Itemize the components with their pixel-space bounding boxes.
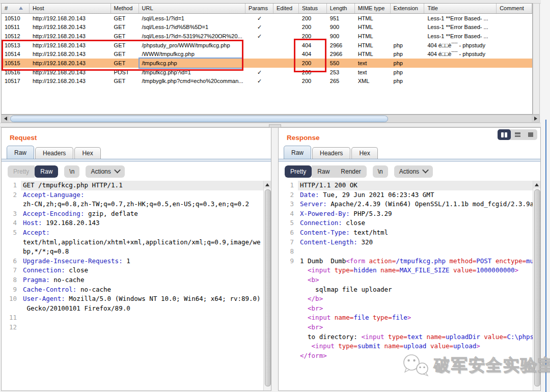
column-header-label: Comment (500, 5, 524, 11)
table-cell: 404 é□□è¯¯ - phpstudy (424, 41, 497, 50)
code-token: type= (373, 314, 392, 321)
request-editor[interactable]: 1GET /tmpufkcg.php HTTP/1.12Accept-Langu… (2, 181, 263, 390)
line-number: 3 (2, 209, 17, 219)
columns-view-button[interactable] (498, 129, 511, 140)
horizontal-scrollbar-thumb[interactable] (10, 116, 388, 122)
scroll-left-button[interactable] (2, 115, 9, 122)
code-token: 320 (358, 238, 373, 246)
line-number: 11 (2, 313, 17, 323)
code-line: sqlmap file uploader (279, 285, 533, 295)
table-cell: HTML (355, 50, 391, 59)
line-number: 12 (2, 323, 17, 332)
code-token: Connection: (300, 219, 342, 227)
code-token (384, 333, 389, 341)
response-tab-raw[interactable]: Raw (284, 146, 311, 159)
code-token: <input (361, 333, 384, 341)
scroll-right-button[interactable] (532, 115, 539, 122)
line-number: 6 (2, 257, 17, 266)
table-cell: php (391, 59, 425, 68)
single-view-button[interactable] (524, 129, 537, 140)
table-cell: ✓ (245, 68, 273, 77)
response-actions-button[interactable]: Actions (394, 165, 433, 178)
column-header-params[interactable]: Params (245, 4, 273, 13)
table-row[interactable]: 10510http://192.168.20.143GET/sql/Less-1… (2, 14, 532, 23)
scroll-up-button[interactable] (533, 181, 540, 188)
response-tab-headers[interactable]: Headers (312, 147, 350, 159)
code-token: Content-Type: (300, 229, 350, 236)
horizontal-splitter[interactable] (0, 123, 550, 127)
code-token: submit (358, 342, 380, 350)
response-tab-hex[interactable]: Hex (351, 147, 377, 159)
code-token: sqlmap file uploader (300, 286, 392, 293)
code-token: C:\phpstu (507, 333, 533, 341)
column-header-extension[interactable]: Extension (391, 4, 425, 13)
code-token: value= (453, 266, 476, 274)
line-number: 2 (279, 190, 294, 200)
request-panel-title: Request (10, 134, 37, 142)
column-header-label: Extension (394, 5, 418, 11)
column-header-length[interactable]: Length (327, 4, 355, 13)
code-token: to directory: (300, 333, 361, 341)
response-scrollbar-thumb[interactable] (534, 189, 540, 386)
request-raw-button[interactable]: Raw (35, 165, 58, 178)
code-token (426, 342, 430, 350)
table-row[interactable]: 10517http://192.168.20.143GET/tmpbyglk.p… (2, 77, 532, 86)
table-cell (245, 50, 273, 59)
column-header-url[interactable]: URL (139, 4, 246, 13)
request-actions-button[interactable]: Actions (86, 165, 124, 178)
table-cell (245, 59, 273, 68)
annotation-red-box-status (294, 39, 326, 72)
code-token: type= (338, 342, 358, 350)
column-header-comment[interactable]: Comment (497, 4, 532, 13)
table-cell: 10510 (2, 14, 30, 23)
request-scrollbar[interactable] (263, 181, 271, 390)
single-view-icon (528, 132, 533, 137)
scroll-up-button[interactable] (264, 181, 271, 188)
column-header-method[interactable]: Method (111, 4, 139, 13)
table-row[interactable]: 10511http://192.168.20.143GET/sql/Less-1… (2, 23, 532, 32)
table-cell: 10517 (2, 77, 30, 86)
response-raw-button[interactable]: Raw (312, 165, 335, 178)
request-tab-headers[interactable]: Headers (35, 147, 73, 159)
table-cell: 404 é□□è¯¯ - phpstudy (424, 50, 497, 59)
table-cell: HTML (355, 23, 391, 32)
line-number: 1 (2, 181, 17, 190)
response-scrollbar[interactable] (533, 181, 540, 390)
column-header--[interactable]: # (2, 4, 30, 13)
table-horizontal-scrollbar[interactable] (1, 115, 540, 123)
response-editor[interactable]: 1HTTP/1.1 200 OK2Date: Tue, 29 Jun 2021 … (279, 181, 533, 390)
response-render-button[interactable]: Render (335, 165, 366, 178)
column-header-status[interactable]: Status (299, 4, 327, 13)
code-token: PHP/5.3.29 (350, 210, 392, 217)
request-format-toggle: PrettyRaw (8, 165, 58, 178)
code-token: no-cache (50, 276, 85, 284)
request-tab-raw[interactable]: Raw (7, 146, 34, 159)
request-newline-button[interactable]: \n (64, 165, 79, 178)
request-pretty-button[interactable]: Pretty (8, 165, 35, 178)
request-tab-hex[interactable]: Hex (74, 147, 100, 159)
table-cell: http://192.168.20.143 (30, 77, 111, 86)
response-actions-label: Actions (399, 168, 419, 175)
code-token: X-Powered-By: (300, 210, 350, 217)
request-scrollbar-thumb[interactable] (265, 189, 271, 386)
table-vertical-scrollbar[interactable] (533, 3, 540, 115)
column-header-host[interactable]: Host (30, 4, 111, 13)
code-token: file (392, 314, 407, 321)
rows-view-button[interactable] (511, 129, 524, 140)
response-newline-button[interactable]: \n (373, 165, 388, 178)
code-token: Connection: (23, 266, 65, 274)
code-token: <b> (308, 276, 319, 284)
table-cell: 265 (327, 77, 355, 86)
line-number: 4 (279, 209, 294, 219)
column-header-mime-type[interactable]: MIME type (355, 4, 391, 13)
code-token: uploadDir (446, 333, 480, 341)
response-pretty-button[interactable]: Pretty (285, 165, 312, 178)
line-number: 9 (279, 257, 294, 266)
column-header-title[interactable]: Title (424, 4, 497, 13)
table-cell: Less-1 **Error Based- ... (424, 23, 497, 32)
column-header-edited[interactable]: Edited (273, 4, 299, 13)
response-format-toggle: PrettyRawRender (285, 165, 367, 178)
table-cell (273, 23, 299, 32)
line-number: 9 (2, 285, 17, 295)
column-header-label: # (5, 5, 8, 11)
